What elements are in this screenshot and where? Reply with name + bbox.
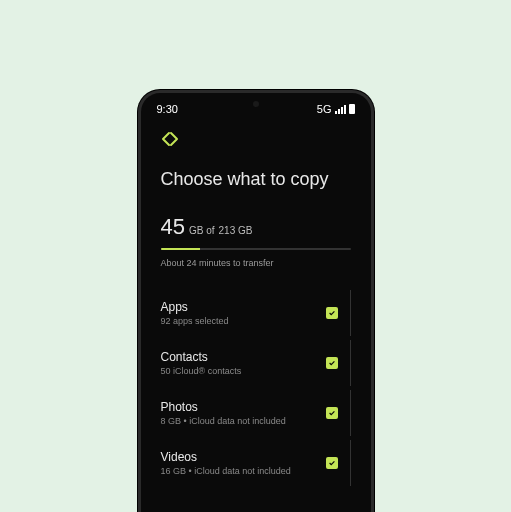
network-label: 5G xyxy=(317,103,332,115)
storage-used-value: 45 xyxy=(161,214,185,240)
checkbox-contacts[interactable] xyxy=(326,357,338,369)
checkbox-videos[interactable] xyxy=(326,457,338,469)
time-estimate: About 24 minutes to transfer xyxy=(161,258,351,268)
screen-content: Choose what to copy 45 GB of 213 GB Abou… xyxy=(141,121,371,486)
list-item-apps[interactable]: Apps 92 apps selected xyxy=(161,290,351,336)
item-subtitle: 8 GB • iCloud data not included xyxy=(161,416,286,426)
item-text: Photos 8 GB • iCloud data not included xyxy=(161,400,286,426)
camera-notch xyxy=(253,101,259,107)
status-right: 5G xyxy=(317,103,355,115)
status-bar: 9:30 5G xyxy=(141,93,371,121)
item-title: Photos xyxy=(161,400,286,414)
list-item-videos[interactable]: Videos 16 GB • iCloud data not included xyxy=(161,440,351,486)
signal-icon xyxy=(335,104,346,114)
phone-frame: 9:30 5G Choose what to copy 45 GB of 213… xyxy=(138,90,374,512)
checkbox-apps[interactable] xyxy=(326,307,338,319)
page-title: Choose what to copy xyxy=(161,169,351,190)
storage-progress-fill xyxy=(161,248,201,250)
check-icon xyxy=(328,409,336,417)
check-icon xyxy=(328,359,336,367)
item-text: Videos 16 GB • iCloud data not included xyxy=(161,450,291,476)
check-icon xyxy=(328,459,336,467)
transfer-arrows-icon xyxy=(161,131,351,151)
item-text: Apps 92 apps selected xyxy=(161,300,229,326)
storage-progress-bar xyxy=(161,248,351,250)
check-icon xyxy=(328,309,336,317)
item-title: Contacts xyxy=(161,350,242,364)
item-subtitle: 16 GB • iCloud data not included xyxy=(161,466,291,476)
checkbox-photos[interactable] xyxy=(326,407,338,419)
item-text: Contacts 50 iCloud® contacts xyxy=(161,350,242,376)
list-item-contacts[interactable]: Contacts 50 iCloud® contacts xyxy=(161,340,351,386)
storage-summary: 45 GB of 213 GB xyxy=(161,214,351,240)
item-subtitle: 50 iCloud® contacts xyxy=(161,366,242,376)
status-time: 9:30 xyxy=(157,103,178,115)
list-item-photos[interactable]: Photos 8 GB • iCloud data not included xyxy=(161,390,351,436)
item-title: Videos xyxy=(161,450,291,464)
battery-icon xyxy=(349,104,355,114)
storage-used-unit: GB of xyxy=(189,225,215,236)
item-subtitle: 92 apps selected xyxy=(161,316,229,326)
storage-total-value: 213 GB xyxy=(219,225,253,236)
item-title: Apps xyxy=(161,300,229,314)
